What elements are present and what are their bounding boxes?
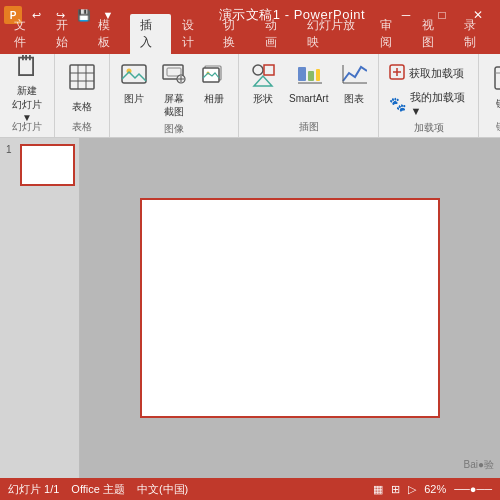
ribbon-tabs: 文件 开始 模板 插入 设计 切换 动画 幻灯片放映 审阅 视图 录制 [0, 30, 500, 54]
svg-rect-27 [495, 67, 500, 89]
tab-insert[interactable]: 插入 [130, 14, 171, 54]
slide-thumb-inner [22, 146, 73, 184]
tab-template[interactable]: 模板 [88, 14, 129, 54]
slide-thumbnail-container: 1 [20, 144, 75, 186]
new-slide-button[interactable]: 🗒 新建幻灯片▼ [6, 58, 48, 118]
table-icon [68, 63, 96, 97]
ribbon-group-addins-content: 获取加载项 🐾 我的加载项 ▼ [385, 58, 472, 119]
svg-rect-20 [316, 69, 320, 81]
my-addins-button[interactable]: 🐾 我的加载项 ▼ [385, 88, 472, 119]
zoom-slider[interactable]: ──●── [454, 483, 492, 495]
ribbon-group-slide-content: 🗒 新建幻灯片▼ [6, 58, 48, 118]
status-right: ▦ ⊞ ▷ 62% ──●── [373, 483, 492, 496]
screenshot-icon [161, 61, 187, 90]
picture-button[interactable]: 图片 [116, 58, 152, 107]
ribbon-group-illustrations: 形状 SmartArt [239, 54, 379, 137]
main-area: 1 [0, 138, 500, 478]
link-label: 链接 [496, 97, 500, 111]
tab-home[interactable]: 开始 [46, 14, 87, 54]
table-button[interactable]: 表格 [61, 58, 103, 118]
screenshot-button[interactable]: 屏幕截图 [156, 58, 192, 120]
table-label: 表格 [72, 100, 92, 114]
chart-label: 图表 [344, 92, 364, 105]
ribbon-group-links: 链接 链接 [479, 54, 500, 137]
svg-rect-16 [264, 65, 274, 75]
ribbon-group-illustrations-content: 形状 SmartArt [245, 58, 372, 118]
reading-view-btn[interactable]: ▷ [408, 483, 416, 496]
ribbon-group-image: 图片 屏幕截图 [110, 54, 239, 137]
svg-rect-5 [122, 65, 146, 83]
ribbon-group-table-content: 表格 [61, 58, 103, 118]
slide-sorter-btn[interactable]: ⊞ [391, 483, 400, 496]
ribbon-group-addins-label: 加载项 [385, 119, 472, 138]
ribbon-group-links-label: 链接 [485, 118, 500, 137]
zoom-level: 62% [424, 483, 446, 495]
smartart-label: SmartArt [289, 92, 328, 105]
ribbon-group-table: 表格 表格 [55, 54, 110, 137]
svg-rect-19 [308, 71, 314, 81]
tab-design[interactable]: 设计 [172, 14, 213, 54]
svg-point-15 [253, 65, 263, 75]
ribbon-group-illustrations-label: 插图 [245, 118, 372, 137]
tab-file[interactable]: 文件 [4, 14, 45, 54]
chart-button[interactable]: 图表 [336, 58, 372, 107]
link-button[interactable]: 链接 [485, 58, 500, 118]
status-bar: 幻灯片 1/1 Office 主题 中文(中国) ▦ ⊞ ▷ 62% ──●── [0, 478, 500, 500]
svg-rect-18 [298, 67, 306, 81]
ribbon-group-addins: 获取加载项 🐾 我的加载项 ▼ 加载项 [379, 54, 479, 137]
tab-transitions[interactable]: 切换 [213, 14, 254, 54]
picture-icon [121, 61, 147, 90]
canvas-area [80, 138, 500, 478]
slide-thumbnail[interactable] [20, 144, 75, 186]
baidu-icon: 🐾 [389, 96, 406, 112]
get-addins-button[interactable]: 获取加载项 [385, 62, 472, 85]
screenshot-label: 屏幕截图 [160, 92, 188, 118]
new-slide-icon: 🗒 [13, 53, 41, 81]
language-info: 中文(中国) [137, 482, 188, 497]
picture-label: 图片 [124, 92, 144, 105]
smartart-button[interactable]: SmartArt [285, 58, 332, 107]
shapes-label: 形状 [253, 92, 273, 105]
ribbon-group-links-content: 链接 [485, 58, 500, 118]
tab-slideshow[interactable]: 幻灯片放映 [297, 14, 369, 54]
ribbon-group-image-content: 图片 屏幕截图 [116, 58, 232, 120]
tab-view[interactable]: 视图 [412, 14, 453, 54]
get-addins-icon [389, 64, 405, 83]
ribbon-group-image-label: 图像 [116, 120, 232, 139]
shapes-button[interactable]: 形状 [245, 58, 281, 107]
svg-marker-17 [254, 76, 272, 86]
status-left: 幻灯片 1/1 Office 主题 中文(中国) [8, 482, 188, 497]
album-icon [201, 61, 227, 90]
svg-rect-8 [167, 68, 181, 76]
svg-rect-0 [70, 65, 94, 89]
theme-info: Office 主题 [71, 482, 125, 497]
tab-review[interactable]: 审阅 [370, 14, 411, 54]
tab-animations[interactable]: 动画 [255, 14, 296, 54]
shapes-icon [250, 61, 276, 90]
link-icon [493, 65, 500, 94]
tab-record[interactable]: 录制 [454, 14, 495, 54]
slide-canvas[interactable] [140, 198, 440, 418]
slide-number: 1 [6, 144, 12, 155]
ribbon-group-slide-label: 幻灯片 [6, 118, 48, 137]
get-addins-label: 获取加载项 [409, 66, 464, 81]
my-addins-label: 我的加载项 ▼ [410, 90, 468, 117]
ribbon-group-table-label: 表格 [61, 118, 103, 137]
album-label: 相册 [204, 92, 224, 105]
slide-info: 幻灯片 1/1 [8, 482, 59, 497]
chart-icon [341, 61, 367, 90]
smartart-icon [296, 61, 322, 90]
album-button[interactable]: 相册 [196, 58, 232, 107]
ribbon: 🗒 新建幻灯片▼ 幻灯片 表格 表格 [0, 54, 500, 138]
normal-view-btn[interactable]: ▦ [373, 483, 383, 496]
slide-panel: 1 [0, 138, 80, 478]
ribbon-group-slide: 🗒 新建幻灯片▼ 幻灯片 [0, 54, 55, 137]
